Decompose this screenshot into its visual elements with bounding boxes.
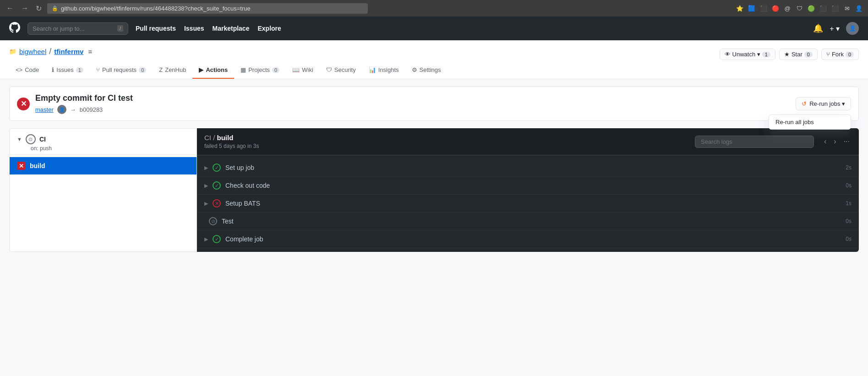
toolbar-icon-3: ⬛ [759, 4, 768, 13]
step-name: Complete job [225, 235, 846, 243]
tab-settings[interactable]: ⚙ Settings [405, 62, 448, 79]
step-name: Set up job [225, 164, 846, 171]
lock-icon: 🔒 [52, 5, 58, 11]
repo-menu-icon[interactable]: ≡ [88, 48, 92, 55]
step-setup-job[interactable]: ▶ ✓ Set up job 2s [197, 159, 859, 177]
tab-code-label: Code [25, 66, 39, 73]
step-name: Test [222, 218, 846, 225]
unwatch-button[interactable]: 👁 Unwatch ▾ 1 [720, 49, 775, 60]
pr-icon: ⑂ [96, 66, 100, 73]
reload-button[interactable]: ↻ [34, 3, 44, 14]
step-time: 0s [846, 218, 852, 224]
nav-explore[interactable]: Explore [257, 25, 281, 32]
step-setup-bats[interactable]: ▶ ✕ Setup BATS 1s [197, 195, 859, 213]
lower-layout: ▼ ⊙ CI on: push ✕ build CI / build [9, 128, 859, 252]
tab-pull-requests[interactable]: ⑂ Pull requests 0 [90, 62, 153, 79]
step-complete-job[interactable]: ▶ ✓ Complete job 0s [197, 230, 859, 248]
build-item[interactable]: ✕ build [10, 157, 197, 174]
workflow-section: ▼ ⊙ CI on: push [10, 129, 197, 157]
tab-insights-label: Insights [378, 66, 399, 73]
security-icon: 🛡 [326, 66, 332, 73]
fork-count: 0 [846, 52, 854, 57]
step-success-icon: ✓ [213, 181, 221, 190]
tab-code[interactable]: <> Code [9, 62, 45, 79]
tab-issues[interactable]: ℹ Issues 1 [45, 62, 90, 79]
panel-title: CI / build [204, 134, 259, 142]
toolbar-icon-8: ⬛ [819, 4, 828, 13]
steps-list: ▶ ✓ Set up job 2s ▶ ✓ Check out code 0s … [197, 155, 859, 252]
rerun-all-jobs-item[interactable]: Re-run all jobs [769, 115, 851, 129]
address-bar[interactable]: 🔒 github.com/bigwheel/tfinfermv/runs/464… [47, 3, 368, 14]
tab-wiki-label: Wiki [302, 66, 313, 73]
tab-pr-label: Pull requests [102, 66, 136, 73]
breadcrumb-separator: / [49, 47, 51, 56]
tab-insights[interactable]: 📊 Insights [362, 62, 405, 79]
tab-actions-label: Actions [206, 66, 228, 73]
tab-zenhub[interactable]: Z ZenHub [153, 62, 192, 79]
github-logo[interactable] [9, 22, 20, 35]
zenhub-icon: Z [159, 66, 163, 73]
nav-issues[interactable]: Issues [184, 25, 204, 32]
step-name: Check out code [225, 182, 846, 189]
commit-branch[interactable]: master [35, 106, 54, 113]
commit-hash: b009283 [80, 106, 103, 113]
nav-pull-requests[interactable]: Pull requests [136, 25, 176, 32]
step-time: 0s [846, 236, 852, 242]
panel-title-main: build [217, 134, 234, 142]
panel-title-prefix: CI / [204, 134, 217, 142]
toolbar-icon-4: 🔴 [771, 4, 780, 13]
toolbar-icon-7: 🟢 [807, 4, 816, 13]
tab-security[interactable]: 🛡 Security [320, 62, 362, 79]
commit-info: ✕ Empty commit for CI test master 👤 → b0… [17, 93, 133, 114]
step-chevron-icon: ▶ [204, 236, 208, 242]
tab-projects-label: Projects [248, 66, 270, 73]
commit-arrow-icon: → [70, 106, 76, 113]
step-chevron-icon: ▶ [204, 201, 208, 207]
forward-button[interactable]: → [19, 3, 30, 13]
tab-projects[interactable]: ▦ Projects 0 [234, 62, 286, 79]
toolbar-icon-6: 🛡 [795, 4, 804, 13]
star-count: 0 [804, 52, 813, 57]
panel-more-button[interactable]: ··· [842, 136, 852, 147]
tab-wiki[interactable]: 📖 Wiki [286, 62, 320, 79]
right-panel: CI / build failed 5 days ago in 3s ‹ › ·… [197, 128, 859, 252]
rerun-jobs-button[interactable]: ↺ Re-run jobs ▾ [796, 97, 851, 110]
panel-prev-button[interactable]: ‹ [822, 136, 828, 147]
projects-count: 0 [272, 67, 279, 73]
breadcrumb: 📁 bigwheel / tfinfermv ≡ [9, 47, 92, 56]
panel-subtitle: failed 5 days ago in 3s [204, 143, 259, 149]
step-time: 0s [846, 182, 852, 189]
step-test[interactable]: ⊘ Test 0s [197, 213, 859, 230]
repo-owner-link[interactable]: bigwheel [19, 48, 46, 55]
workflow-ci-icon: ⊙ [26, 134, 36, 144]
repo-name-link[interactable]: tfinfermv [54, 48, 83, 55]
back-button[interactable]: ← [5, 3, 16, 13]
search-shortcut: / [117, 25, 123, 32]
panel-next-button[interactable]: › [832, 136, 838, 147]
panel-nav-icons: ‹ › ··· [822, 136, 852, 147]
left-sidebar: ▼ ⊙ CI on: push ✕ build [9, 128, 197, 252]
step-chevron-icon: ▶ [204, 183, 208, 189]
unwatch-count: 1 [762, 52, 770, 57]
search-box[interactable]: Search or jump to... / [27, 22, 128, 35]
tab-actions[interactable]: ▶ Actions [192, 62, 234, 79]
star-icon: ★ [784, 51, 790, 58]
fork-button[interactable]: ⑂ Fork 0 [821, 49, 859, 60]
code-icon: <> [16, 66, 22, 73]
toolbar-icon-1: ⭐ [735, 4, 744, 13]
search-logs-input[interactable] [695, 136, 814, 148]
rerun-dropdown-menu: Re-run all jobs [769, 114, 851, 130]
step-skip-icon: ⊘ [209, 217, 217, 225]
tab-zenhub-label: ZenHub [165, 66, 186, 73]
notifications-bell[interactable]: 🔔 [813, 23, 823, 33]
rerun-container: ↺ Re-run jobs ▾ Re-run all jobs [796, 97, 851, 110]
toolbar-icon-11: 👤 [854, 4, 863, 13]
browser-toolbar: ⭐ 🟦 ⬛ 🔴 @ 🛡 🟢 ⬛ ⬛ ✉ 👤 [735, 4, 863, 13]
new-plus-button[interactable]: + ▾ [830, 24, 840, 33]
wiki-icon: 📖 [292, 66, 300, 73]
step-fail-icon: ✕ [213, 199, 221, 207]
nav-marketplace[interactable]: Marketplace [213, 25, 250, 32]
step-checkout-code[interactable]: ▶ ✓ Check out code 0s [197, 177, 859, 195]
star-button[interactable]: ★ Star 0 [779, 49, 818, 60]
user-avatar[interactable]: 👤 [846, 22, 859, 35]
